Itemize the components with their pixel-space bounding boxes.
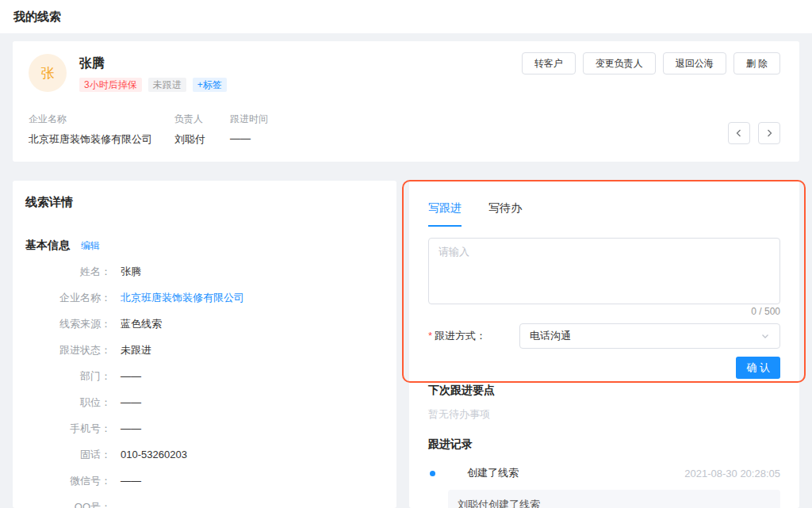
tab-write-followup[interactable]: 写跟进: [428, 201, 462, 227]
chevron-down-icon: [760, 331, 770, 341]
protection-expiry-tag: 3小时后掉保: [79, 78, 142, 92]
avatar: 张: [29, 54, 67, 92]
change-owner-button[interactable]: 变更负责人: [583, 52, 656, 74]
required-mark: *: [428, 330, 432, 342]
record-detail: 刘聪付创建了线索: [448, 490, 780, 508]
add-tag-button[interactable]: +标签: [193, 78, 227, 92]
followup-method-select[interactable]: 电话沟通: [519, 323, 780, 349]
field-row-company: 企业名称： 北京班唐装饰装修有限公司: [25, 291, 384, 305]
field-value: ——: [121, 395, 141, 410]
summary-followtime-value: ——: [230, 132, 268, 144]
field-value: ——: [121, 474, 141, 488]
field-value: 未跟进: [121, 343, 151, 357]
field-value: ——: [121, 369, 141, 384]
summary-owner-value: 刘聪付: [174, 132, 230, 147]
summary-company-value: 北京班唐装饰装修有限公司: [29, 132, 174, 147]
edit-link[interactable]: 编辑: [81, 239, 100, 253]
field-label: 线索来源：: [25, 317, 111, 331]
follow-status-tag: 未跟进: [148, 78, 186, 92]
char-count: 0 / 500: [428, 306, 780, 317]
field-label: QQ号：: [25, 500, 111, 508]
tab-write-todo[interactable]: 写待办: [488, 201, 522, 227]
followup-records-title: 跟进记录: [428, 437, 780, 452]
lead-summary-row: 企业名称 北京班唐装饰装修有限公司 负责人 刘聪付 跟进时间 ——: [29, 113, 268, 147]
field-label: 职位：: [25, 395, 111, 410]
field-row-landline: 固话： 010-53260203: [25, 448, 384, 462]
record-time: 2021-08-30 20:28:05: [684, 468, 780, 479]
lead-pager: [728, 122, 780, 144]
field-row-department: 部门： ——: [25, 369, 384, 384]
field-value: 蓝色线索: [121, 317, 162, 331]
basic-info-title: 基本信息: [25, 239, 70, 253]
summary-owner: 负责人 刘聪付: [174, 113, 230, 147]
followup-tabs: 写跟进 写待办: [428, 201, 780, 227]
field-value: ——: [121, 422, 141, 436]
summary-followtime-label: 跟进时间: [230, 113, 268, 126]
prev-lead-button[interactable]: [728, 122, 750, 144]
followup-method-row: *跟进方式： 电话沟通: [428, 323, 780, 349]
field-row-wechat: 微信号： ——: [25, 474, 384, 488]
timeline-dot-icon: [430, 471, 435, 476]
confirm-button[interactable]: 确 认: [736, 357, 780, 379]
summary-company-label: 企业名称: [29, 113, 174, 126]
avatar-text: 张: [41, 64, 55, 82]
field-row-position: 职位： ——: [25, 395, 384, 410]
field-row-mobile: 手机号： ——: [25, 422, 384, 436]
next-points-empty: 暂无待办事项: [428, 407, 780, 422]
lead-detail-card: 线索详情 基本信息 编辑 姓名： 张腾 企业名称： 北京班唐装饰装修有限公司 线…: [13, 181, 396, 508]
record-row: 创建了线索 2021-08-30 20:28:05: [428, 466, 780, 480]
lead-name: 张腾: [79, 55, 105, 72]
lead-summary-card: 张 张腾 3小时后掉保 未跟进 +标签 转客户 变更负责人 退回公海 删 除 企…: [13, 41, 799, 162]
lead-action-buttons: 转客户 变更负责人 退回公海 删 除: [522, 52, 780, 74]
field-row-name: 姓名： 张腾: [25, 265, 384, 279]
followup-input[interactable]: [428, 238, 780, 304]
next-points-title: 下次跟进要点: [428, 384, 780, 398]
field-label: 跟进状态：: [25, 343, 111, 357]
chevron-left-icon: [734, 128, 744, 138]
field-label: 固话：: [25, 448, 111, 462]
delete-button[interactable]: 删 除: [733, 52, 780, 74]
field-label: 姓名：: [25, 265, 111, 279]
page-title: 我的线索: [0, 0, 812, 33]
return-to-pool-button[interactable]: 退回公海: [663, 52, 726, 74]
field-value: 010-53260203: [121, 448, 187, 462]
field-label: 企业名称：: [25, 291, 111, 305]
field-row-qq: QQ号：: [25, 500, 384, 508]
chevron-right-icon: [764, 128, 774, 138]
followup-method-value: 电话沟通: [530, 329, 571, 343]
field-row-status: 跟进状态： 未跟进: [25, 343, 384, 357]
page-header: 我的线索: [0, 0, 812, 33]
field-label: 部门：: [25, 369, 111, 384]
lead-detail-title: 线索详情: [25, 195, 384, 210]
field-label: 手机号：: [25, 422, 111, 436]
confirm-row: 确 认: [428, 357, 780, 379]
summary-company: 企业名称 北京班唐装饰装修有限公司: [29, 113, 174, 147]
followup-card: 写跟进 写待办 0 / 500 *跟进方式： 电话沟通 确 认 下次跟进要点 暂…: [409, 181, 799, 508]
followup-method-label: *跟进方式：: [428, 329, 519, 343]
summary-followtime: 跟进时间 ——: [230, 113, 268, 147]
field-label: 微信号：: [25, 474, 111, 488]
field-row-source: 线索来源： 蓝色线索: [25, 317, 384, 331]
screen: 我的线索 张 张腾 3小时后掉保 未跟进 +标签 转客户 变更负责人 退回公海 …: [0, 0, 812, 508]
record-title: 创建了线索: [467, 466, 519, 480]
basic-info-section-head: 基本信息 编辑: [25, 239, 384, 253]
convert-to-customer-button[interactable]: 转客户: [522, 52, 576, 74]
company-link[interactable]: 北京班唐装饰装修有限公司: [121, 291, 244, 305]
method-label-text: 跟进方式：: [435, 330, 486, 342]
next-lead-button[interactable]: [758, 122, 780, 144]
tag-row: 3小时后掉保 未跟进 +标签: [79, 78, 227, 92]
summary-owner-label: 负责人: [174, 113, 230, 126]
field-value: 张腾: [121, 265, 141, 279]
